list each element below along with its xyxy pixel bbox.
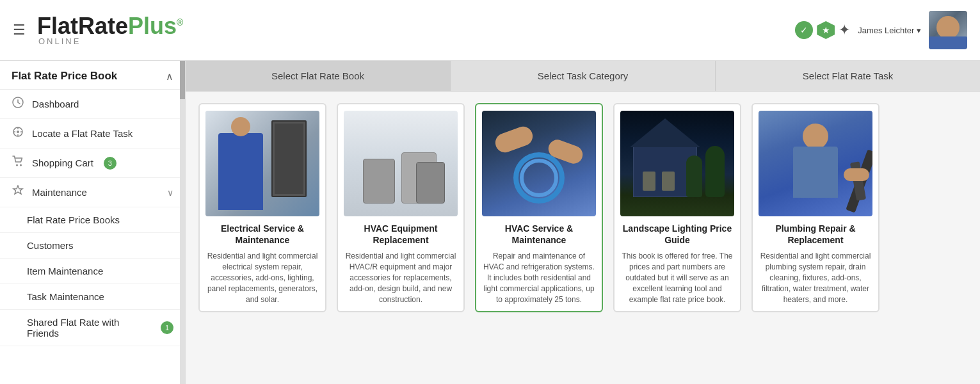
sidebar-subitem-price-books[interactable]: Flat Rate Price Books [0, 207, 185, 233]
maintenance-left: Maintenance [12, 185, 87, 200]
book-image-landscape [620, 111, 734, 216]
logo-flatrate-text: FlatRate [37, 15, 128, 38]
book-image-hvac-equipment [344, 111, 458, 216]
locate-icon [12, 126, 24, 141]
header-right: ✓ ★ ✦ James Leichter ▾ [795, 11, 967, 49]
logo-main: FlatRate Plus® [37, 15, 183, 38]
svg-point-7 [16, 164, 18, 166]
task-maintenance-label: Task Maintenance [27, 291, 104, 302]
price-books-label: Flat Rate Price Books [27, 214, 120, 225]
main-content: Select Flat Rate Book Select Task Catego… [186, 61, 980, 384]
book-desc-hvac-equipment: Residential and light commercial HVAC/R … [344, 251, 457, 305]
book-title-hvac-service: HVAC Service & Maintenance [483, 223, 595, 246]
maintenance-icon [12, 185, 24, 200]
user-name[interactable]: James Leichter ▾ [858, 26, 921, 35]
sidebar-collapse-chevron[interactable]: ∧ [166, 70, 173, 83]
maintenance-label: Maintenance [32, 187, 87, 198]
book-title-electrical: Electrical Service & Maintenance [206, 223, 319, 246]
sidebar-section-header: Flat Rate Price Book ∧ [0, 61, 185, 90]
book-image-hvac-service [482, 111, 596, 216]
cart-icon [12, 156, 24, 170]
header-left: ☰ FlatRate Plus® ONLINE [13, 15, 183, 46]
step-category-label: Select Task Category [538, 70, 628, 81]
step-select-category[interactable]: Select Task Category [451, 61, 716, 91]
app-body: Flat Rate Price Book ∧ Dashboard [0, 61, 980, 384]
sidebar-subitem-task-maintenance[interactable]: Task Maintenance [0, 284, 185, 310]
logo: FlatRate Plus® ONLINE [37, 15, 183, 46]
book-desc-electrical: Residential and light commercial electri… [206, 251, 319, 305]
sidebar-item-maintenance[interactable]: Maintenance ∨ [0, 178, 185, 207]
book-card-landscape[interactable]: Landscape Lighting Price Guide This book… [613, 103, 741, 312]
logo-reg: ® [177, 17, 183, 28]
logo-plus-text: Plus® [128, 15, 183, 38]
book-title-landscape: Landscape Lighting Price Guide [621, 223, 734, 246]
shield-icon: ★ [817, 21, 835, 39]
step-task-label: Select Flat Rate Task [803, 70, 893, 81]
sidebar-subitem-item-maintenance[interactable]: Item Maintenance [0, 259, 185, 284]
book-desc-plumbing: Residential and light commercial plumbin… [759, 251, 872, 305]
avatar-image [929, 11, 967, 49]
checkmark-icon: ✓ [795, 21, 813, 39]
cart-badge: 3 [104, 157, 116, 170]
book-title-hvac-equipment: HVAC Equipment Replacement [344, 223, 457, 246]
sidebar-section-title: Flat Rate Price Book [12, 70, 117, 83]
step-bar: Select Flat Rate Book Select Task Catego… [186, 61, 980, 92]
book-image-plumbing [759, 111, 872, 216]
user-name-text: James Leichter [858, 26, 914, 35]
sidebar-subitem-customers[interactable]: Customers [0, 233, 185, 259]
customers-label: Customers [27, 240, 74, 251]
header: ☰ FlatRate Plus® ONLINE ✓ ★ ✦ James Leic… [0, 0, 980, 61]
star-icon: ✦ [839, 22, 850, 38]
book-card-hvac-service[interactable]: HVAC Service & Maintenance Repair and ma… [475, 103, 603, 312]
book-card-hvac-equipment[interactable]: HVAC Equipment Replacement Residential a… [337, 103, 465, 312]
book-title-plumbing: Plumbing Repair & Replacement [759, 223, 872, 246]
book-card-plumbing[interactable]: Plumbing Repair & Replacement Residentia… [751, 103, 880, 312]
book-image-electrical [205, 111, 319, 216]
item-maintenance-label: Item Maintenance [27, 266, 103, 276]
hamburger-menu-icon[interactable]: ☰ [13, 22, 26, 38]
book-desc-landscape: This book is offered for free. The price… [621, 251, 734, 305]
user-dropdown-arrow: ▾ [917, 26, 921, 35]
sidebar-item-locate-task[interactable]: Locate a Flat Rate Task [0, 119, 185, 148]
dashboard-icon [12, 97, 24, 111]
user-avatar [929, 11, 967, 49]
book-card-electrical[interactable]: Electrical Service & Maintenance Residen… [198, 103, 326, 312]
step-book-label: Select Flat Rate Book [271, 70, 364, 81]
shared-label: Shared Flat Rate with Friends [27, 317, 153, 339]
sidebar: Flat Rate Price Book ∧ Dashboard [0, 61, 186, 384]
svg-point-2 [17, 131, 19, 133]
sidebar-item-dashboard[interactable]: Dashboard [0, 90, 185, 119]
book-desc-hvac-service: Repair and maintenance of HVAC and refri… [483, 251, 595, 305]
svg-point-8 [20, 164, 22, 166]
locate-task-label: Locate a Flat Rate Task [32, 128, 133, 139]
shopping-cart-label: Shopping Cart [32, 157, 93, 168]
shared-badge: 1 [161, 321, 173, 334]
dashboard-label: Dashboard [32, 99, 79, 109]
step-select-book[interactable]: Select Flat Rate Book [186, 61, 451, 91]
step-select-task[interactable]: Select Flat Rate Task [716, 61, 980, 91]
header-icons: ✓ ★ ✦ [795, 21, 850, 39]
maintenance-chevron[interactable]: ∨ [167, 188, 173, 198]
logo-online-text: ONLINE [38, 36, 81, 46]
sidebar-scroll-thumb[interactable] [180, 61, 185, 99]
sidebar-scrollbar[interactable] [180, 61, 185, 384]
sidebar-subitem-shared[interactable]: Shared Flat Rate with Friends 1 [0, 310, 185, 346]
user-info: James Leichter ▾ [858, 26, 921, 35]
books-grid: Electrical Service & Maintenance Residen… [186, 92, 980, 384]
sidebar-item-shopping-cart[interactable]: Shopping Cart 3 [0, 148, 185, 178]
